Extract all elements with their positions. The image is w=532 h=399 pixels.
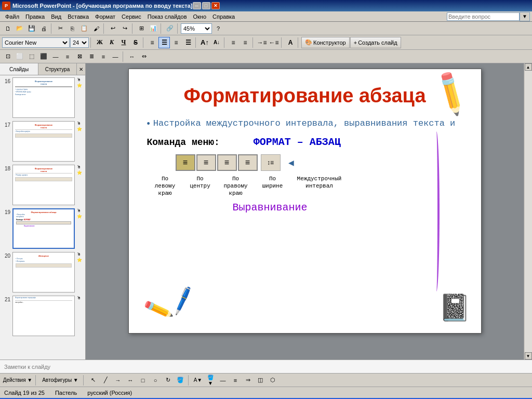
zoom-combo[interactable]: 45% 50% 75% 100%	[181, 23, 212, 34]
draw-tb-2[interactable]: ⬜	[14, 51, 25, 62]
draw-tb-9[interactable]: ≡	[98, 51, 109, 62]
menu-edit[interactable]: Правка	[22, 12, 48, 21]
scroll-down-button[interactable]: ▼	[525, 352, 532, 360]
arrow-tool[interactable]: →	[112, 375, 124, 386]
decrease-indent-button[interactable]: ←≡	[268, 37, 280, 48]
hyperlink-button[interactable]: 🔗	[164, 23, 176, 34]
slide-item-18[interactable]: 18 Форматированиетекста • Размер шрифта …	[2, 165, 83, 205]
shadow-btn[interactable]: ◫	[255, 375, 266, 386]
create-slide-button[interactable]: + Создать слайд	[350, 37, 401, 48]
draw-tb-4[interactable]: ⬛	[38, 51, 49, 62]
underline-button[interactable]: Ч	[118, 37, 129, 48]
scroll-up-button[interactable]: ▲	[525, 63, 532, 71]
menu-window[interactable]: Окно	[190, 12, 210, 21]
line-tool[interactable]: ╱	[100, 375, 111, 386]
cursor-tool[interactable]: ↖	[87, 375, 99, 386]
increase-font-button[interactable]: A↑	[199, 37, 210, 48]
font-combo[interactable]: Courier New Arial Times New Roman	[2, 37, 70, 48]
slide-thumb-20[interactable]: Абзацные • Отступы • Интервалы	[12, 252, 75, 292]
draw-tb-7[interactable]: ⊠	[74, 51, 85, 62]
menu-format[interactable]: Формат	[92, 12, 118, 21]
align-btn-right[interactable]: ≡	[217, 154, 237, 171]
italic-button[interactable]: К	[106, 37, 117, 48]
font-color-button[interactable]: A	[285, 37, 296, 48]
slide-item-21[interactable]: 21 Форматирование параграфа настройка...…	[2, 296, 83, 336]
menu-slideshow[interactable]: Показ слайдов	[144, 12, 190, 21]
slide-item-20[interactable]: 20 Абзацные • Отступы • Интервалы 🖱 ⭐	[2, 252, 83, 292]
draw-tb-12[interactable]: ⇔	[138, 51, 150, 62]
cut-button[interactable]: ✂	[55, 23, 66, 34]
open-button[interactable]: 📂	[14, 23, 25, 34]
list2-button[interactable]: ≡	[240, 37, 251, 48]
close-button[interactable]: ✕	[211, 2, 220, 9]
slides-panel-close[interactable]: ✕	[77, 63, 85, 75]
fill-color-btn[interactable]: 🪣▼	[205, 375, 216, 386]
maximize-button[interactable]: □	[202, 2, 210, 9]
rotate-tool[interactable]: ↻	[162, 375, 174, 386]
dash-style-btn[interactable]: ≡	[230, 375, 241, 386]
help-button[interactable]: ?	[212, 23, 224, 34]
align-right-button[interactable]: ≡	[170, 37, 182, 48]
slide-item-17[interactable]: 17 Форматированиетекста • Настройка шриф…	[2, 121, 83, 162]
align-left-button[interactable]: ≡	[147, 37, 158, 48]
insert-chart-button[interactable]: 📊	[148, 23, 159, 34]
slide-thumb-17[interactable]: Форматированиетекста • Настройка шрифта	[12, 121, 75, 162]
draw-tb-5[interactable]: —	[50, 51, 61, 62]
slide-thumb-16[interactable]: Форматированиетекста • строчные буквы • …	[12, 77, 75, 118]
slide-thumb-19[interactable]: Форматирование абзаца • Настройка интерв…	[12, 208, 75, 249]
save-button[interactable]: 💾	[26, 23, 37, 34]
font-size-combo[interactable]: 24 12 14 18 28 36	[70, 37, 89, 48]
minimize-button[interactable]: ─	[193, 2, 201, 9]
decrease-font-button[interactable]: A↓	[211, 37, 222, 48]
draw-tb-1[interactable]: ⊡	[2, 51, 14, 62]
align-btn-center[interactable]: ≡	[196, 154, 216, 171]
autoshapes-button[interactable]: Автофигуры ▼	[39, 375, 81, 386]
copy-button[interactable]: ⎘	[66, 23, 78, 34]
align-justify-button[interactable]: ☰	[182, 37, 194, 48]
slide-thumb-18[interactable]: Форматированиетекста • Размер шрифта	[12, 165, 75, 205]
help-search-input[interactable]	[447, 12, 520, 21]
align-center-button[interactable]: ☰	[158, 37, 170, 48]
align-btn-justify[interactable]: ≡	[238, 154, 258, 171]
konstruktor-button[interactable]: 🎨 Конструктор	[301, 37, 350, 48]
paste-button[interactable]: 📋	[78, 23, 90, 34]
circle-tool[interactable]: ○	[150, 375, 161, 386]
redo-button[interactable]: ↪	[119, 23, 130, 34]
insert-table-button[interactable]: ⊞	[136, 23, 147, 34]
slide-item-19[interactable]: 19 Форматирование абзаца • Настройка инт…	[2, 208, 83, 249]
bold-button[interactable]: Ж	[94, 37, 105, 48]
help-search-button[interactable]: ▼	[520, 12, 530, 21]
tab-slides[interactable]: Слайды	[0, 63, 38, 75]
menu-help[interactable]: Справка	[209, 12, 238, 21]
actions-menu[interactable]: Действия ▼	[2, 375, 33, 386]
menu-view[interactable]: Вид	[48, 12, 64, 21]
draw-tb-6[interactable]: ≡	[62, 51, 73, 62]
align-btn-spacing[interactable]: ↕≡	[261, 154, 281, 171]
draw-tb-11[interactable]: ↔	[126, 51, 138, 62]
tab-outline[interactable]: Структура	[38, 63, 77, 75]
menu-insert[interactable]: Вставка	[64, 12, 92, 21]
undo-button[interactable]: ↩	[107, 23, 118, 34]
draw-tb-3[interactable]: ⬚	[26, 51, 37, 62]
line-color-btn[interactable]: —	[217, 375, 229, 386]
new-button[interactable]: 🗋	[2, 23, 14, 34]
align-btn-left[interactable]: ≡	[176, 154, 195, 171]
scroll-track[interactable]	[525, 71, 532, 352]
print-button[interactable]: 🖨	[38, 23, 49, 34]
draw-tb-8[interactable]: ≣	[86, 51, 97, 62]
fill-tool[interactable]: 🪣	[175, 375, 186, 386]
double-arrow-tool[interactable]: ↔	[125, 375, 136, 386]
slide-thumb-21[interactable]: Форматирование параграфа настройка...	[12, 296, 75, 336]
menu-service[interactable]: Сервис	[118, 12, 144, 21]
menu-file[interactable]: Файл	[2, 12, 22, 21]
list-button[interactable]: ≡	[228, 37, 239, 48]
draw-tb-10[interactable]: —	[110, 51, 121, 62]
rect-tool[interactable]: □	[137, 375, 149, 386]
draw-color-btn[interactable]: A▼	[192, 375, 204, 386]
strikethrough-button[interactable]: S	[130, 37, 141, 48]
arrow-style-btn[interactable]: ⇒	[242, 375, 254, 386]
3d-btn[interactable]: ⬡	[267, 375, 278, 386]
increase-indent-button[interactable]: →≡	[256, 37, 268, 48]
format-painter-button[interactable]: 🖌	[90, 23, 102, 34]
slide-item-16[interactable]: 16 Форматированиетекста • строчные буквы…	[2, 77, 83, 118]
